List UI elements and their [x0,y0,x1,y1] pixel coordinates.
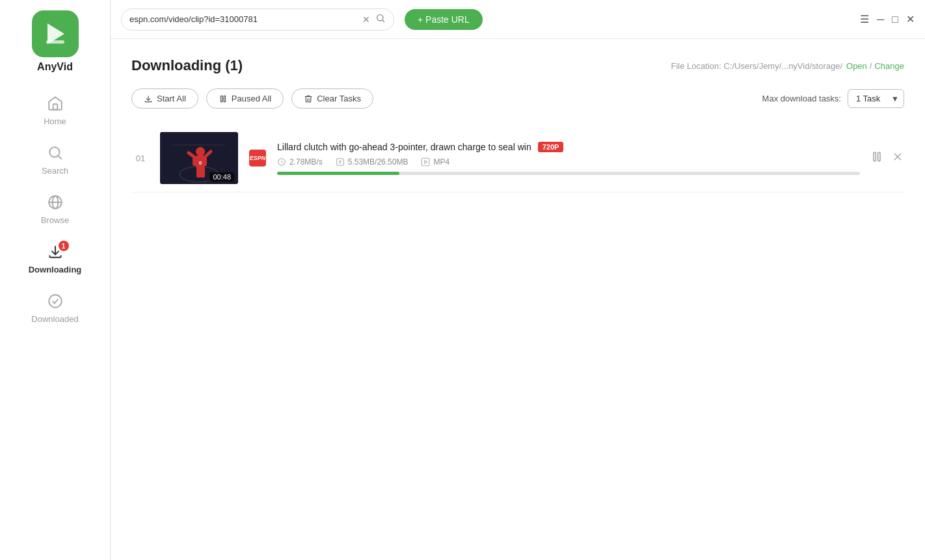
sidebar-label-search: Search [42,166,68,176]
logo-area: AnyVid [32,10,79,73]
format-text: MP4 [433,157,449,167]
file-location-text: File Location: C:/Users/Jemy/...nyVid/st… [671,61,842,71]
delete-button[interactable] [891,150,904,167]
sidebar-label-downloaded: Downloaded [31,314,78,324]
svg-marker-33 [425,160,427,163]
downloaded-icon [47,293,64,312]
file-location-area: File Location: C:/Users/Jemy/...nyVid/st… [671,61,904,71]
start-all-button[interactable]: Start All [131,88,198,109]
nav-items: Home Search Browse [0,86,110,330]
progress-bar-bg [277,172,860,175]
content-area: Downloading (1) File Location: C:/Users/… [111,39,925,560]
downloading-badge: 1 [59,241,69,251]
svg-rect-32 [422,158,430,166]
paused-all-label: Paused All [232,94,271,103]
browse-icon [47,194,64,213]
sidebar-label-home: Home [44,116,66,126]
max-tasks-area: Max download tasks: 1 Task 2 Tasks 3 Tas… [762,89,904,108]
thumbnail: 0 00:48 [160,132,238,184]
download-list: 01 [131,124,904,193]
svg-line-5 [58,156,61,159]
espn-logo: ESPN [249,150,266,167]
paused-all-button[interactable]: Paused All [206,88,284,109]
svg-rect-24 [200,167,205,178]
svg-line-12 [382,20,384,22]
speed-info: 2.78MB/s [277,157,323,167]
video-timestamp: 00:48 [209,172,234,181]
svg-rect-2 [46,40,64,44]
url-search-icon[interactable] [375,13,386,26]
app-logo-icon [32,10,79,57]
item-details: Lillard clutch with go-ahead 3-pointer, … [277,142,860,175]
item-title-text: Lillard clutch with go-ahead 3-pointer, … [277,142,531,152]
source-logo: ESPN [248,149,267,167]
speed-text: 2.78MB/s [289,157,323,167]
sidebar: AnyVid Home Search [0,0,111,560]
task-select-wrapper[interactable]: 1 Task 2 Tasks 3 Tasks ▼ [848,89,904,108]
menu-icon[interactable]: ☰ [860,13,869,25]
maximize-icon[interactable]: □ [892,14,898,25]
progress-bar-fill [277,172,399,175]
item-meta: 2.78MB/s 5.53MB/26.50MB [277,157,860,167]
quality-badge: 720P [538,142,564,152]
pause-button[interactable] [870,150,883,167]
download-item: 01 [131,124,904,193]
sidebar-item-search[interactable]: Search [0,135,110,182]
svg-point-4 [49,147,59,157]
url-clear-icon[interactable]: ✕ [362,14,370,25]
window-controls: ☰ ─ □ ✕ [860,13,915,25]
svg-rect-23 [196,167,201,178]
svg-rect-34 [874,152,876,161]
main-area: espn.com/video/clip?id=31000781 ✕ + Past… [111,0,925,560]
page-header: Downloading (1) File Location: C:/Users/… [131,57,904,74]
paste-url-button[interactable]: + Paste URL [405,9,483,30]
svg-rect-14 [221,96,222,101]
item-number: 01 [131,153,150,163]
minimize-icon[interactable]: ─ [877,14,884,25]
sidebar-label-downloading: Downloading [29,265,82,274]
sidebar-item-browse[interactable]: Browse [0,185,110,232]
toolbar: Start All Paused All Clear Tasks [131,88,904,109]
clear-tasks-label: Clear Tasks [317,94,361,103]
format-info: MP4 [421,157,449,167]
svg-rect-35 [878,152,880,161]
max-tasks-label: Max download tasks: [762,94,841,103]
page-title: Downloading (1) [131,57,243,74]
clear-tasks-button[interactable]: Clear Tasks [291,88,373,109]
svg-text:0: 0 [199,160,202,166]
svg-rect-3 [53,104,57,110]
start-all-label: Start All [157,94,186,103]
file-location-links: Open / Change [846,61,904,71]
separator: / [870,61,872,71]
sidebar-item-downloading[interactable]: 1 Downloading [0,234,110,281]
size-text: 5.53MB/26.50MB [348,157,409,167]
sidebar-item-home[interactable]: Home [0,86,110,133]
svg-point-11 [377,14,383,20]
url-bar[interactable]: espn.com/video/clip?id=31000781 ✕ [121,8,394,31]
task-select[interactable]: 1 Task 2 Tasks 3 Tasks [848,89,904,108]
downloading-icon: 1 [47,243,64,262]
item-title-row: Lillard clutch with go-ahead 3-pointer, … [277,142,860,152]
close-icon[interactable]: ✕ [906,13,915,25]
svg-point-10 [49,295,62,308]
open-link[interactable]: Open [846,61,867,71]
svg-point-19 [196,147,205,156]
home-icon [47,95,64,114]
size-info: 5.53MB/26.50MB [336,157,409,167]
svg-rect-15 [224,96,225,101]
titlebar: espn.com/video/clip?id=31000781 ✕ + Past… [111,0,925,39]
url-text: espn.com/video/clip?id=31000781 [129,14,357,24]
sidebar-label-browse: Browse [41,215,69,225]
app-name: AnyVid [37,61,73,73]
item-actions [870,150,904,167]
change-link[interactable]: Change [874,61,904,71]
search-icon [47,144,64,163]
sidebar-item-downloaded[interactable]: Downloaded [0,284,110,330]
